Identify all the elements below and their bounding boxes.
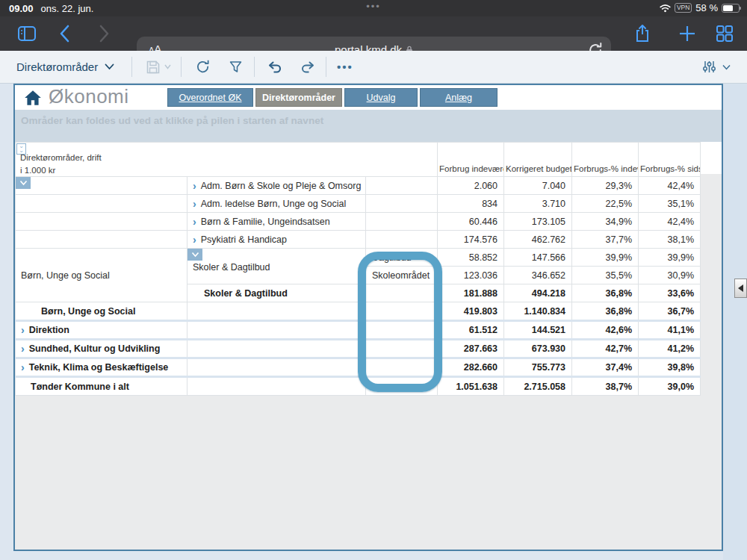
row-label-cell bbox=[187, 321, 366, 340]
value-cell: 29,3% bbox=[572, 177, 639, 195]
expand-chevron-icon[interactable]: › bbox=[193, 180, 196, 192]
hint-band: Områder kan foldes ud ved at klikke på p… bbox=[15, 110, 722, 142]
row-label: Adm. ledelse Børn, Unge og Social bbox=[201, 199, 347, 209]
table-row: ›Teknik, Klima og Beskæftigelse 282.660 … bbox=[16, 358, 701, 377]
sub-label-cell: Dagtilbud bbox=[366, 249, 438, 267]
new-tab-icon[interactable] bbox=[677, 23, 698, 44]
subgroup-cell: Skoler & Dagtilbud bbox=[187, 249, 366, 284]
table-row: ›Psykiatri & Handicap 174.576 462.762 37… bbox=[16, 231, 701, 249]
save-button[interactable] bbox=[142, 51, 175, 83]
row-label-cell: ›Psykiatri & Handicap bbox=[187, 231, 366, 249]
expand-chevron-icon[interactable]: › bbox=[193, 216, 196, 228]
sub-label-cell bbox=[366, 195, 438, 213]
value-cell: 346.652 bbox=[504, 267, 572, 284]
table-row: ›Børn & Familie, Ungeindsatsen 60.446 17… bbox=[16, 213, 701, 231]
tab-udvalg[interactable]: Udvalg bbox=[344, 88, 418, 107]
collapse-icon[interactable] bbox=[187, 249, 202, 261]
tab-bar: Overordnet ØK Direktørområder Udvalg Anl… bbox=[167, 88, 498, 107]
hint-text: Områder kan foldes ud ved at klikke på p… bbox=[21, 115, 323, 126]
chevron-down-icon bbox=[164, 64, 171, 69]
value-cell: 834 bbox=[438, 195, 504, 213]
wifi-icon bbox=[660, 4, 671, 13]
row-label: Sundhed, Kultur og Udvikling bbox=[29, 343, 161, 354]
value-cell: 1.051.638 bbox=[438, 377, 504, 396]
row-label-cell: ›Direktion bbox=[16, 321, 187, 340]
column-header-forbrug: Forbrug indeværende år bbox=[438, 143, 504, 177]
redo-button[interactable] bbox=[293, 51, 323, 83]
expand-chevron-icon[interactable]: › bbox=[21, 361, 25, 373]
sidebar-toggle-icon[interactable] bbox=[16, 23, 37, 44]
value-cell: 36,8% bbox=[572, 302, 639, 321]
row-label-cell: ›Adm. ledelse Børn, Unge og Social bbox=[187, 195, 366, 213]
value-cell: 35,1% bbox=[639, 195, 701, 213]
refresh-button[interactable] bbox=[188, 51, 217, 83]
sub-label-cell bbox=[366, 340, 438, 358]
value-cell: 41,2% bbox=[639, 340, 701, 358]
back-icon[interactable] bbox=[54, 23, 75, 44]
value-cell: 3.710 bbox=[504, 195, 572, 213]
tabs-overview-icon[interactable] bbox=[714, 23, 735, 44]
subtotal-label-cell: Børn, Unge og Social bbox=[16, 302, 187, 321]
table-row: Børn, Unge og Social 419.803 1.140.834 3… bbox=[16, 302, 701, 321]
chevron-down-icon bbox=[722, 64, 731, 70]
value-cell: 33,6% bbox=[639, 284, 701, 302]
value-cell: 41,1% bbox=[639, 321, 701, 340]
expand-all-icon[interactable]: ⌄⌄ bbox=[16, 143, 26, 155]
table-row: ›Sundhed, Kultur og Udvikling 287.663 67… bbox=[16, 340, 701, 358]
value-cell: 174.576 bbox=[438, 231, 504, 249]
value-cell: 30,9% bbox=[639, 267, 701, 284]
value-cell: 419.803 bbox=[438, 302, 504, 321]
tab-overordnet-ok[interactable]: Overordnet ØK bbox=[167, 88, 253, 107]
expand-chevron-icon[interactable]: › bbox=[21, 343, 25, 355]
expand-chevron-icon[interactable]: › bbox=[193, 198, 196, 210]
row-label-cell bbox=[187, 358, 366, 377]
row-label-cell bbox=[187, 340, 366, 358]
row-label: Teknik, Klima og Beskæftigelse bbox=[29, 362, 169, 373]
view-selector-dropdown[interactable]: Direktørområder bbox=[16, 51, 114, 83]
value-cell: 42,4% bbox=[639, 213, 701, 231]
save-icon bbox=[146, 60, 161, 75]
left-arrow-icon bbox=[738, 284, 743, 292]
sub-label-cell bbox=[366, 284, 438, 302]
subtotal-label-cell: Skoler & Dagtilbud bbox=[187, 284, 366, 302]
scroll-left-button[interactable] bbox=[734, 279, 747, 298]
tab-anlaeg[interactable]: Anlæg bbox=[420, 88, 498, 107]
table-unit-header: ⌄⌄ Direktørområder, drifti 1.000 kr bbox=[16, 143, 438, 177]
value-cell: 462.762 bbox=[504, 231, 572, 249]
chevron-down-icon bbox=[105, 63, 114, 70]
value-cell: 39,0% bbox=[639, 377, 701, 396]
subgroup-label: Skoler & Dagtilbud bbox=[187, 261, 365, 273]
column-settings-button[interactable] bbox=[702, 51, 731, 83]
expand-chevron-icon[interactable]: › bbox=[193, 234, 196, 246]
more-button[interactable]: ••• bbox=[332, 51, 359, 83]
value-cell: 123.036 bbox=[438, 267, 504, 284]
value-cell: 173.105 bbox=[504, 213, 572, 231]
row-label-cell: ›Teknik, Klima og Beskæftigelse bbox=[16, 358, 187, 377]
value-cell: 36,8% bbox=[572, 284, 639, 302]
table-header-spacer bbox=[700, 142, 722, 174]
row-label-cell: ›Børn & Familie, Ungeindsatsen bbox=[187, 213, 366, 231]
sub-label-cell bbox=[366, 358, 438, 377]
value-cell: 144.521 bbox=[504, 321, 572, 340]
undo-button[interactable] bbox=[260, 51, 290, 83]
sub-label-cell bbox=[366, 321, 438, 340]
value-cell: 494.218 bbox=[504, 284, 572, 302]
group-cell bbox=[16, 177, 187, 195]
filter-button[interactable] bbox=[221, 51, 249, 83]
group-cell bbox=[16, 213, 187, 231]
home-icon[interactable] bbox=[23, 88, 43, 108]
value-cell: 42,7% bbox=[572, 340, 639, 358]
collapse-icon[interactable] bbox=[16, 177, 31, 189]
row-label: Psykiatri & Handicap bbox=[201, 234, 287, 245]
value-cell: 42,4% bbox=[639, 177, 701, 195]
value-cell: 39,9% bbox=[572, 249, 639, 267]
value-cell: 1.140.834 bbox=[504, 302, 572, 321]
tab-direktoromrader[interactable]: Direktørområder bbox=[255, 88, 342, 107]
share-icon[interactable] bbox=[632, 23, 653, 44]
value-cell: 37,4% bbox=[572, 358, 639, 377]
forward-icon[interactable] bbox=[94, 23, 115, 44]
expand-chevron-icon[interactable]: › bbox=[21, 324, 25, 336]
total-label-cell: Tønder Kommune i alt bbox=[16, 377, 187, 396]
table-row: ›Direktion 61.512 144.521 42,6% 41,1% bbox=[16, 321, 701, 340]
multitask-handle[interactable]: ••• bbox=[0, 1, 747, 12]
